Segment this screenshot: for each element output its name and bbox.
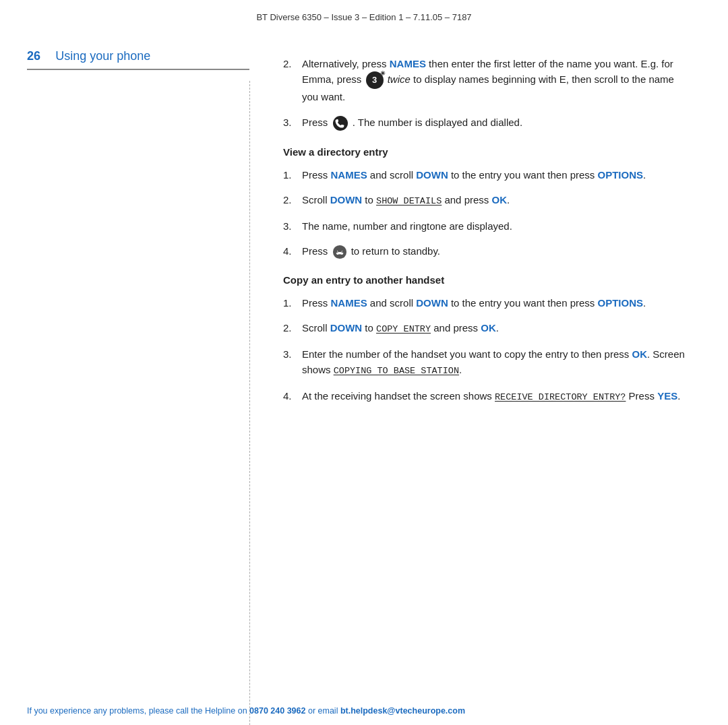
section-title: Using your phone bbox=[55, 49, 150, 63]
ok-keyword: OK bbox=[481, 322, 496, 334]
options-keyword: OPTIONS bbox=[598, 297, 644, 309]
copying-to-base-screen: COPYING TO BASE STATION bbox=[334, 366, 459, 376]
list-text: Enter the number of the handset you want… bbox=[302, 346, 688, 379]
list-text: Scroll DOWN to SHOW DETAILS and press OK… bbox=[302, 192, 510, 209]
list-item: 1. Press NAMES and scroll DOWN to the en… bbox=[283, 295, 688, 311]
subsection-heading-copy: Copy an entry to another handset bbox=[283, 274, 688, 286]
copy-entry-menu: COPY ENTRY bbox=[376, 324, 431, 334]
list-item: 2. Scroll DOWN to SHOW DETAILS and press… bbox=[283, 192, 688, 209]
top-rule bbox=[27, 69, 249, 70]
down-keyword: DOWN bbox=[330, 322, 363, 334]
list-num: 3. bbox=[283, 218, 302, 234]
number-button-3: 3✳ bbox=[366, 71, 384, 89]
options-keyword: OPTIONS bbox=[598, 169, 644, 181]
svg-point-0 bbox=[333, 116, 348, 131]
page-header: BT Diverse 6350 – Issue 3 – Edition 1 – … bbox=[0, 0, 728, 29]
header-text: BT Diverse 6350 – Issue 3 – Edition 1 – … bbox=[256, 12, 471, 22]
subsection-heading-view: View a directory entry bbox=[283, 146, 688, 158]
names-keyword: NAMES bbox=[331, 169, 367, 181]
list-text: Press to return to standby. bbox=[302, 243, 440, 259]
list-num: 4. bbox=[283, 243, 302, 259]
list-num: 2. bbox=[283, 192, 302, 209]
names-keyword: NAMES bbox=[331, 297, 367, 309]
list-item: 2. Scroll DOWN to COPY ENTRY and press O… bbox=[283, 320, 688, 337]
page-section: 26 Using your phone 2. Alternatively, pr… bbox=[0, 49, 728, 414]
list-num: 3. bbox=[283, 346, 302, 379]
ok-keyword: OK bbox=[632, 348, 647, 360]
footer-text-before: If you experience any problems, please c… bbox=[27, 706, 249, 716]
left-column: 26 Using your phone bbox=[0, 49, 249, 414]
down-keyword: DOWN bbox=[416, 169, 448, 181]
dashed-rule bbox=[249, 81, 250, 725]
page-number: 26 bbox=[27, 49, 40, 63]
footer-text-middle: or email bbox=[305, 706, 340, 716]
show-details-menu: SHOW DETAILS bbox=[376, 196, 442, 206]
list-text: Scroll DOWN to COPY ENTRY and press OK. bbox=[302, 320, 499, 337]
footer-phone: 0870 240 3962 bbox=[249, 706, 305, 716]
call-icon bbox=[332, 115, 348, 131]
list-num: 2. bbox=[283, 56, 302, 105]
twice-text: twice bbox=[388, 73, 411, 85]
list-text: Press NAMES and scroll DOWN to the entry… bbox=[302, 167, 646, 183]
list-text: Press . The number is displayed and dial… bbox=[302, 115, 522, 131]
yes-keyword: YES bbox=[657, 390, 677, 402]
star-icon: ✳ bbox=[380, 69, 386, 79]
page-number-section: 26 Using your phone bbox=[27, 49, 249, 63]
list-num: 3. bbox=[283, 115, 302, 131]
list-item: 3. Enter the number of the handset you w… bbox=[283, 346, 688, 379]
list-text: Alternatively, press NAMES then enter th… bbox=[302, 56, 688, 105]
right-column: 2. Alternatively, press NAMES then enter… bbox=[249, 49, 728, 414]
ok-keyword: OK bbox=[491, 194, 507, 206]
list-item: 3. The name, number and ringtone are dis… bbox=[283, 218, 688, 234]
list-item: 4. Press to return to standby. bbox=[283, 243, 688, 259]
list-num: 4. bbox=[283, 388, 302, 405]
down-keyword: DOWN bbox=[416, 297, 448, 309]
names-keyword: NAMES bbox=[390, 58, 426, 69]
list-item: 2. Alternatively, press NAMES then enter… bbox=[283, 56, 688, 105]
list-text: Press NAMES and scroll DOWN to the entry… bbox=[302, 295, 646, 311]
footer-bar: If you experience any problems, please c… bbox=[0, 698, 728, 725]
list-text: The name, number and ringtone are displa… bbox=[302, 218, 512, 234]
end-call-icon bbox=[332, 245, 347, 259]
receive-directory-screen: RECEIVE DIRECTORY ENTRY? bbox=[495, 392, 626, 402]
list-item: 4. At the receiving handset the screen s… bbox=[283, 388, 688, 405]
list-text: At the receiving handset the screen show… bbox=[302, 388, 680, 405]
list-num: 1. bbox=[283, 167, 302, 183]
list-item: 1. Press NAMES and scroll DOWN to the en… bbox=[283, 167, 688, 183]
list-num: 1. bbox=[283, 295, 302, 311]
list-item: 3. Press . The number is displayed and d… bbox=[283, 115, 688, 131]
down-keyword: DOWN bbox=[330, 194, 363, 206]
footer-email: bt.helpdesk@vtecheurope.com bbox=[340, 706, 465, 716]
list-num: 2. bbox=[283, 320, 302, 337]
